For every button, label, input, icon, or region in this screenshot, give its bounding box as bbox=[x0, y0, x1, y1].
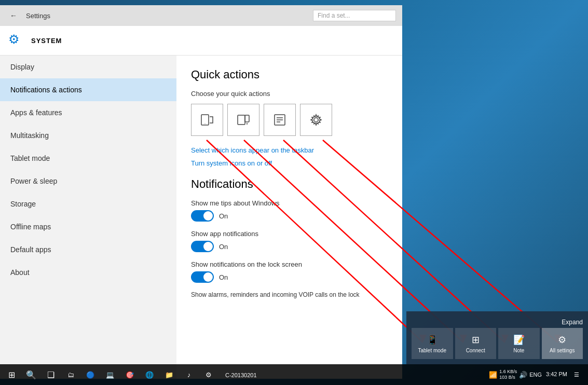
system-title: SYSTEM bbox=[31, 37, 62, 45]
window-title: Settings bbox=[26, 12, 50, 20]
taskbar: ⊞ 🔍 ❑ 🗂 🔵 💻 🎯 🌐 📁 ♪ ⚙ C-20130201 📶 1.6 K… bbox=[0, 364, 588, 385]
toggle-lock-screen[interactable] bbox=[191, 271, 214, 283]
volume-icon: 🔊 bbox=[519, 371, 527, 379]
toggle-lock-screen-label: Show notifications on the lock screen bbox=[191, 260, 388, 268]
quick-action-note[interactable] bbox=[264, 104, 296, 136]
main-panel: Quick actions Choose your quick actions bbox=[176, 56, 402, 379]
action-btn-connect[interactable]: ⊞ Connect bbox=[455, 328, 497, 359]
action-btn-note-label: Note bbox=[513, 348, 524, 353]
toggle-tips-state: On bbox=[219, 212, 228, 220]
title-bar: ← Settings Find a set... bbox=[0, 5, 402, 26]
svg-rect-3 bbox=[245, 115, 249, 122]
quick-action-tablet-mode[interactable] bbox=[191, 104, 223, 136]
sidebar-item-multitasking[interactable]: Multitasking bbox=[0, 124, 176, 147]
taskbar-icon-6[interactable]: 📁 bbox=[160, 364, 179, 385]
action-btn-connect-label: Connect bbox=[466, 348, 485, 353]
svg-point-9 bbox=[314, 118, 318, 122]
taskbar-icon-1[interactable]: 🗂 bbox=[61, 364, 80, 385]
content-area: Display Notifications & actions Apps & f… bbox=[0, 56, 402, 379]
toggle-row-lock-screen: Show notifications on the lock screen On bbox=[191, 260, 388, 283]
toggle-app-notif[interactable] bbox=[191, 241, 214, 252]
taskbar-center: C-20130201 bbox=[220, 370, 485, 379]
search-box[interactable]: Find a set... bbox=[313, 10, 396, 21]
system-gear-icon: ⚙ bbox=[8, 32, 25, 49]
start-button[interactable]: ⊞ bbox=[2, 364, 21, 385]
sidebar-item-default-apps[interactable]: Default apps bbox=[0, 238, 176, 261]
note-icon: 📝 bbox=[513, 334, 525, 346]
sidebar-item-apps[interactable]: Apps & features bbox=[0, 101, 176, 124]
quick-actions-title: Quick actions bbox=[191, 68, 388, 81]
svg-rect-2 bbox=[238, 115, 245, 125]
quick-actions-row bbox=[191, 104, 388, 136]
sidebar-item-about[interactable]: About bbox=[0, 261, 176, 284]
sidebar-item-notifications[interactable]: Notifications & actions bbox=[0, 78, 176, 101]
choose-label: Choose your quick actions bbox=[191, 90, 388, 98]
toggle-tips-label: Show me tips about Windows bbox=[191, 199, 388, 207]
search-icon[interactable]: 🔍 bbox=[22, 364, 40, 385]
toggle-row-tips: Show me tips about Windows On bbox=[191, 199, 388, 222]
taskbar-center-label: C-20130201 bbox=[220, 372, 257, 378]
toggle-lock-screen-container: On bbox=[191, 271, 388, 283]
toggle-app-notif-container: On bbox=[191, 241, 388, 252]
all-settings-icon: ⚙ bbox=[558, 334, 566, 346]
task-view-icon[interactable]: ❑ bbox=[42, 364, 60, 385]
taskbar-icon-3[interactable]: 💻 bbox=[101, 364, 119, 385]
bottom-text: Show alarms, reminders and incoming VOIP… bbox=[191, 291, 388, 298]
network-icon: 📶 bbox=[489, 371, 497, 379]
sidebar-item-tablet[interactable]: Tablet mode bbox=[0, 147, 176, 170]
action-btn-all-settings[interactable]: ⚙ All settings bbox=[542, 328, 583, 359]
notification-icon[interactable]: ☰ bbox=[569, 364, 584, 385]
notifications-title: Notifications bbox=[191, 177, 388, 191]
toggle-tips-container: On bbox=[191, 210, 388, 222]
action-btn-all-settings-label: All settings bbox=[550, 348, 575, 353]
connect-icon: ⊞ bbox=[472, 334, 480, 346]
network-speed: 1.6 KB/s103 B/s bbox=[499, 369, 517, 380]
taskbar-time[interactable]: 3:42 PM bbox=[546, 370, 567, 378]
toggle-row-app-notif: Show app notifications On bbox=[191, 230, 388, 252]
taskbar-right: 📶 1.6 KB/s103 B/s 🔊 ENG 3:42 PM ☰ bbox=[485, 364, 588, 385]
expand-label[interactable]: Expand bbox=[562, 319, 583, 326]
taskbar-icon-4[interactable]: 🎯 bbox=[120, 364, 139, 385]
settings-window: ← Settings Find a set... ⚙ SYSTEM Displa… bbox=[0, 5, 402, 379]
expand-row: Expand bbox=[412, 317, 583, 328]
quick-action-settings[interactable] bbox=[300, 104, 332, 136]
toggle-app-notif-label: Show app notifications bbox=[191, 230, 388, 238]
sidebar-item-storage[interactable]: Storage bbox=[0, 192, 176, 215]
action-center-popup: Expand 📱 Tablet mode ⊞ Connect 📝 Note ⚙ … bbox=[406, 311, 588, 364]
sidebar-item-offline-maps[interactable]: Offline maps bbox=[0, 215, 176, 238]
action-btn-row: 📱 Tablet mode ⊞ Connect 📝 Note ⚙ All set… bbox=[412, 328, 583, 359]
sidebar: Display Notifications & actions Apps & f… bbox=[0, 56, 176, 379]
toggle-app-notif-state: On bbox=[219, 243, 228, 251]
back-button[interactable]: ← bbox=[6, 8, 21, 23]
sidebar-item-power[interactable]: Power & sleep bbox=[0, 170, 176, 192]
tablet-mode-icon: 📱 bbox=[427, 334, 438, 346]
lang-label: ENG bbox=[529, 372, 542, 378]
action-btn-note[interactable]: 📝 Note bbox=[498, 328, 540, 359]
system-header: ⚙ SYSTEM bbox=[0, 26, 402, 56]
taskbar-icon-5[interactable]: 🌐 bbox=[140, 364, 159, 385]
taskbar-icon-7[interactable]: ♪ bbox=[180, 364, 198, 385]
quick-action-connect[interactable] bbox=[227, 104, 259, 136]
action-btn-tablet-label: Tablet mode bbox=[418, 348, 446, 353]
taskbar-left: ⊞ 🔍 ❑ 🗂 🔵 💻 🎯 🌐 📁 ♪ ⚙ bbox=[0, 364, 220, 385]
taskbar-icon-8[interactable]: ⚙ bbox=[199, 364, 218, 385]
toggle-lock-screen-state: On bbox=[219, 273, 228, 281]
action-btn-tablet-mode[interactable]: 📱 Tablet mode bbox=[412, 328, 453, 359]
taskbar-icons-link[interactable]: Select which icons appear on the taskbar bbox=[191, 146, 388, 154]
system-icons-link[interactable]: Turn system icons on or off bbox=[191, 159, 388, 167]
toggle-tips[interactable] bbox=[191, 210, 214, 222]
taskbar-icon-2[interactable]: 🔵 bbox=[81, 364, 100, 385]
sidebar-item-display[interactable]: Display bbox=[0, 56, 176, 78]
